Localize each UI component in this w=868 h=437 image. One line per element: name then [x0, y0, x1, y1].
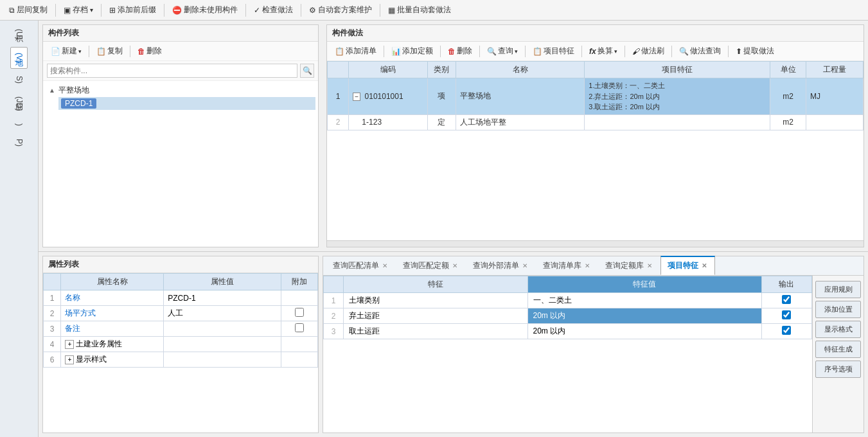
expand-icon-6[interactable]: +	[65, 355, 74, 364]
list-item[interactable]: 2 弃土运距	[324, 308, 812, 324]
attr-row1-name: 名称	[61, 290, 164, 306]
attr-col-num	[44, 274, 61, 290]
add-position-button[interactable]: 添加位置	[815, 301, 861, 318]
delete-icon: 🗑	[137, 47, 145, 56]
auto-maintain-button[interactable]: ⚙ 自动套方案维护	[305, 3, 376, 17]
list-item[interactable]: 3 取土运距	[324, 324, 812, 339]
attr-row2-checkbox[interactable]	[295, 308, 304, 317]
apply-method-button[interactable]: 🖌 做法刷	[628, 44, 668, 58]
component-list-panel: 构件列表 📄 新建 ▾ 📋 复制 🗑	[42, 24, 319, 247]
method-hscroll[interactable]	[327, 240, 864, 247]
delete-method-button[interactable]: 🗑 删除	[444, 44, 476, 58]
convert-button[interactable]: fx 换算 ▾	[585, 44, 621, 58]
add-list-button[interactable]: 📋 添加清单	[331, 44, 380, 58]
tree-root-node[interactable]: ▲ 平整场地	[46, 84, 315, 97]
display-format-button[interactable]: 显示格式	[815, 321, 861, 338]
right-buttons-panel: 应用规则 添加位置 显示格式 特征生成 序号选项	[812, 276, 864, 433]
tab-outer-list[interactable]: 查询外部清单 ✕	[466, 256, 536, 275]
attr-row2-check[interactable]	[281, 306, 317, 321]
list-item[interactable]: 2 场平方式 人工	[44, 306, 318, 321]
feat-row2-value[interactable]	[527, 308, 761, 324]
method-toolbar: 📋 添加清单 📊 添加定额 🗑 删除 🔍	[327, 42, 864, 61]
attr-col-name: 属性名称	[61, 274, 164, 290]
component-chip[interactable]: PZCD-1	[61, 98, 96, 109]
attr-row2-name: 场平方式	[61, 306, 164, 321]
auto-maintain-icon: ⚙	[309, 6, 316, 15]
feat-row1-value[interactable]	[527, 293, 761, 308]
fetch-method-button[interactable]: ⬆ 提取做法	[732, 44, 778, 58]
layer-copy-button[interactable]: ⧉ 层间复制	[5, 3, 51, 17]
fetch-icon: ⬆	[736, 47, 742, 56]
query-method-button[interactable]: 🔍 做法查询	[675, 44, 725, 58]
tab-outer-list-close[interactable]: ✕	[521, 262, 529, 269]
add-quota-button[interactable]: 📊 添加定额	[387, 44, 437, 58]
attr-col-addon: 附加	[281, 274, 317, 290]
nav-item-s[interactable]: S)	[12, 70, 27, 89]
apply-rule-button[interactable]: 应用规则	[815, 281, 861, 298]
convert-dropdown-icon[interactable]: ▾	[614, 48, 617, 55]
feat-row3-checkbox[interactable]	[782, 326, 791, 335]
expand-icon-4[interactable]: +	[65, 340, 74, 349]
search-input[interactable]	[47, 64, 297, 78]
tab-match-list-close[interactable]: ✕	[381, 262, 389, 269]
save-icon: ▣	[64, 6, 71, 15]
seq-select-button[interactable]: 序号选项	[815, 361, 861, 378]
tab-match-quota[interactable]: 查询匹配定额 ✕	[396, 256, 466, 275]
tab-feature-close[interactable]: ✕	[700, 262, 708, 269]
feat-row3-input[interactable]	[533, 327, 756, 336]
project-feature-button[interactable]: 📋 项目特征	[529, 44, 578, 58]
nav-item-r[interactable]: )	[12, 118, 27, 132]
feat-row2-input[interactable]	[533, 312, 756, 321]
tab-query-list-close[interactable]: ✕	[583, 262, 591, 269]
attr-row4-num: 4	[44, 337, 61, 352]
nav-item-cd[interactable]: 地(V)	[10, 47, 28, 69]
tab-feature[interactable]: 项目特征 ✕	[660, 256, 715, 275]
tab-match-quota-close[interactable]: ✕	[451, 262, 459, 269]
tab-match-list[interactable]: 查询匹配清单 ✕	[326, 256, 396, 275]
new-dropdown-icon[interactable]: ▾	[78, 48, 82, 55]
tree-child-node[interactable]: PZCD-1	[58, 97, 315, 110]
list-item[interactable]: 3 备注	[44, 321, 318, 337]
feat-row2-output[interactable]	[761, 308, 811, 324]
batch-auto-button[interactable]: ▦ 批量自动套做法	[384, 3, 455, 17]
query-button[interactable]: 🔍 查询 ▾	[483, 44, 522, 58]
query-dropdown-icon[interactable]: ▾	[515, 48, 518, 55]
tab-query-quota-close[interactable]: ✕	[646, 262, 653, 269]
table-row[interactable]: 2 1-123 定 人工场地平整 m2	[328, 114, 864, 130]
row1-type: 项	[427, 78, 456, 115]
feat-row1-output[interactable]	[761, 293, 811, 308]
feat-row1-checkbox[interactable]	[782, 295, 791, 304]
tab-query-quota[interactable]: 查询定额库 ✕	[598, 256, 660, 275]
nav-item-jd[interactable]: 筋(JD)	[10, 91, 28, 117]
row1-feature: 1.土壤类别：一、二类土 2.弃土运距：20m 以内 3.取土运距：20m 以内	[585, 78, 770, 115]
list-item[interactable]: 6 +显示样式	[44, 352, 318, 368]
feat-row3-value[interactable]	[527, 324, 761, 339]
new-component-button[interactable]: 📄 新建 ▾	[47, 44, 85, 58]
check-method-button[interactable]: ✓ 检查做法	[250, 3, 297, 17]
attr-row3-check[interactable]	[281, 321, 317, 337]
nav-item-jj[interactable]: 积(U)	[10, 23, 28, 46]
row1-num: 1	[328, 78, 349, 115]
feat-row2-checkbox[interactable]	[782, 310, 791, 319]
row2-feature	[585, 114, 770, 130]
delete-component-button[interactable]: 🗑 删除	[134, 44, 166, 58]
delete-unused-button[interactable]: ⛔ 删除未使用构件	[168, 3, 242, 17]
tab-query-list[interactable]: 查询清单库 ✕	[536, 256, 598, 275]
feat-row3-output[interactable]	[761, 324, 811, 339]
table-row[interactable]: 1 − 010101001 项 平整场地 1.土壤类别：一、二类土 2.弃土运距…	[328, 78, 864, 115]
save-button[interactable]: ▣ 存档 ▾	[60, 3, 97, 17]
row1-expand[interactable]: −	[353, 93, 360, 101]
list-item[interactable]: 1 土壤类别	[324, 293, 812, 308]
list-item[interactable]: 4 +土建业务属性	[44, 337, 318, 352]
feat-row1-feature: 土壤类别	[344, 293, 527, 308]
search-button[interactable]: 🔍	[300, 64, 314, 78]
tree-toggle-icon[interactable]: ▲	[48, 87, 56, 94]
attr-row3-checkbox[interactable]	[295, 323, 304, 332]
list-item[interactable]: 1 名称 PZCD-1	[44, 290, 318, 306]
nav-item-p[interactable]: P)	[12, 133, 27, 152]
save-dropdown-icon[interactable]: ▾	[90, 6, 93, 13]
feat-row1-input[interactable]	[533, 296, 756, 305]
copy-component-button[interactable]: 📋 复制	[93, 44, 127, 58]
add-prefix-suffix-button[interactable]: ⊞ 添加前后缀	[105, 3, 160, 17]
feature-gen-button[interactable]: 特征生成	[815, 341, 861, 358]
